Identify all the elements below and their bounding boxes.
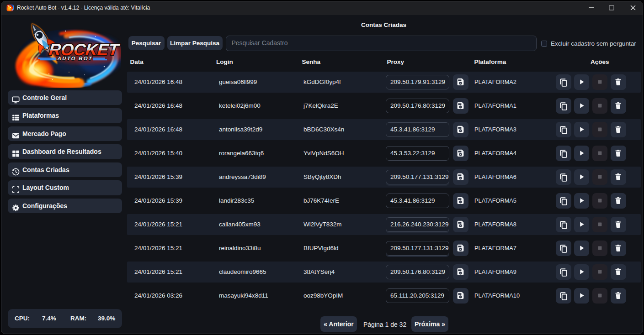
svg-text:AUTO BOT: AUTO BOT <box>57 56 93 61</box>
